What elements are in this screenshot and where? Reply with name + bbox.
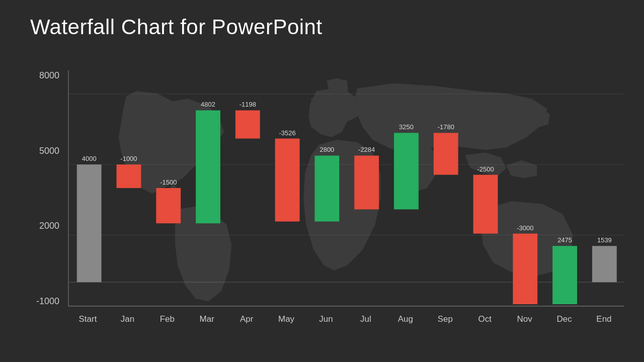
svg-text:-1000: -1000 (120, 155, 137, 162)
y-label-5000: 5000 (39, 146, 59, 156)
x-axis: StartJanFebMarAprMayJunJulAugSepOctNovDe… (68, 307, 624, 332)
chart-title: Waterfall Chart for PowerPoint (30, 15, 323, 39)
y-axis: 8000 5000 2000 -1000 (30, 70, 65, 307)
x-label-oct: Oct (465, 307, 505, 332)
svg-text:-3526: -3526 (279, 129, 295, 137)
svg-rect-29 (552, 246, 577, 304)
svg-rect-27 (513, 234, 537, 304)
x-label-feb: Feb (147, 307, 187, 332)
svg-text:-2500: -2500 (477, 165, 494, 173)
svg-rect-9 (156, 188, 181, 223)
svg-text:4000: 4000 (82, 155, 97, 162)
svg-rect-15 (275, 139, 300, 222)
x-label-sep: Sep (425, 307, 465, 332)
svg-rect-21 (394, 133, 419, 209)
x-label-start: Start (68, 307, 108, 332)
svg-rect-5 (77, 164, 102, 282)
svg-text:-1780: -1780 (438, 123, 454, 131)
y-label-8000: 8000 (39, 70, 59, 81)
x-label-aug: Aug (385, 307, 425, 332)
x-label-jun: Jun (306, 307, 346, 332)
svg-rect-11 (196, 110, 220, 223)
svg-text:-1500: -1500 (160, 178, 177, 186)
x-label-jan: Jan (108, 307, 147, 332)
chart-inner: 4000-1000-15004802-1198-35262800-2284325… (68, 70, 624, 307)
svg-text:3250: 3250 (399, 123, 414, 131)
y-label-2000: 2000 (39, 221, 59, 231)
svg-rect-17 (314, 156, 339, 222)
svg-text:-1198: -1198 (239, 101, 256, 108)
x-label-nov: Nov (505, 307, 544, 332)
svg-rect-23 (434, 133, 458, 174)
svg-text:2475: 2475 (557, 236, 572, 244)
svg-rect-13 (235, 110, 260, 138)
svg-text:-3000: -3000 (517, 224, 533, 232)
chart-area: 8000 5000 2000 -1000 4000-1000-15004802-… (30, 70, 624, 332)
y-label-neg1000: -1000 (36, 296, 59, 307)
x-label-apr: Apr (227, 307, 267, 332)
svg-text:4802: 4802 (201, 101, 215, 108)
svg-rect-25 (473, 175, 498, 234)
x-label-end: End (584, 307, 624, 332)
x-label-dec: Dec (544, 307, 584, 332)
svg-text:2800: 2800 (319, 146, 334, 153)
svg-text:-2284: -2284 (358, 146, 375, 153)
svg-rect-7 (117, 164, 141, 188)
svg-rect-19 (354, 156, 379, 210)
x-label-may: May (267, 307, 306, 332)
x-label-mar: Mar (187, 307, 227, 332)
svg-text:1539: 1539 (597, 236, 612, 244)
x-label-jul: Jul (346, 307, 385, 332)
svg-rect-31 (592, 246, 617, 282)
